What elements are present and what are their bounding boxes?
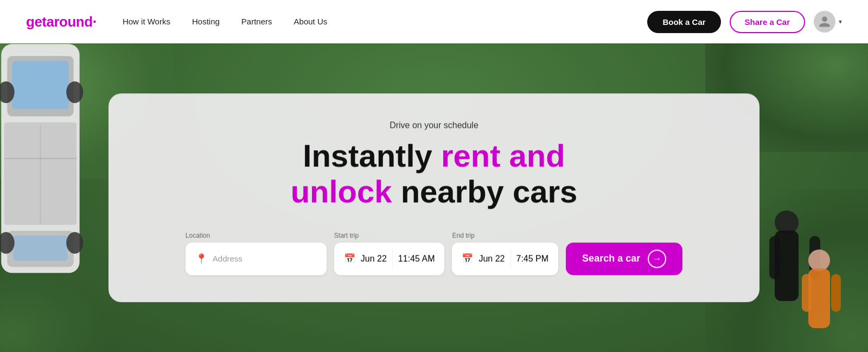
- headline-accent2: unlock: [291, 174, 392, 209]
- user-icon: [818, 15, 831, 28]
- location-placeholder: Address: [213, 254, 242, 264]
- svg-rect-4: [12, 61, 68, 109]
- search-car-button[interactable]: Search a car →: [566, 242, 682, 275]
- nav-item-partners[interactable]: Partners: [241, 17, 272, 27]
- book-car-button[interactable]: Book a Car: [647, 11, 720, 33]
- start-date: Jun 22: [361, 254, 387, 264]
- svg-rect-19: [831, 274, 841, 312]
- start-trip-input[interactable]: 📅 Jun 22 11:45 AM: [334, 242, 445, 275]
- svg-point-9: [66, 232, 83, 254]
- headline-plain2: nearby cars: [392, 174, 578, 209]
- people-aerial-image: [754, 179, 852, 342]
- nav-link-hosting[interactable]: Hosting: [192, 17, 220, 26]
- svg-point-7: [66, 81, 83, 103]
- svg-rect-5: [13, 235, 67, 261]
- navbar-left: getaround· How it Works Hosting Partners…: [26, 13, 327, 30]
- divider-start: [392, 249, 393, 268]
- share-car-button[interactable]: Share a Car: [730, 11, 805, 33]
- end-trip-field-group: End trip 📅 Jun 22 7:45 PM: [452, 232, 558, 275]
- nav-links: How it Works Hosting Partners About Us: [123, 17, 327, 27]
- nav-item-about-us[interactable]: About Us: [294, 17, 328, 27]
- location-input[interactable]: 📍 Address: [186, 242, 327, 275]
- hero-section: Drive on your schedule Instantly rent an…: [0, 43, 868, 352]
- nav-item-how-it-works[interactable]: How it Works: [123, 17, 170, 27]
- end-time: 7:45 PM: [516, 254, 549, 264]
- search-form: Location 📍 Address Start trip 📅 Jun 22 1…: [141, 232, 727, 275]
- nav-item-hosting[interactable]: Hosting: [192, 17, 220, 27]
- logo[interactable]: getaround·: [26, 13, 97, 30]
- end-date: Jun 22: [478, 254, 505, 264]
- nav-link-about-us[interactable]: About Us: [294, 17, 328, 26]
- logo-text: getaround: [26, 14, 93, 30]
- start-trip-field-group: Start trip 📅 Jun 22 11:45 AM: [334, 232, 445, 275]
- end-trip-label: End trip: [452, 232, 474, 239]
- start-time: 11:45 AM: [398, 254, 435, 264]
- chevron-down-icon: ▾: [839, 18, 842, 25]
- logo-dot: ·: [93, 13, 97, 30]
- user-menu-button[interactable]: ▾: [814, 11, 842, 33]
- headline-accent1: rent and: [441, 138, 565, 173]
- calendar-icon-start: 📅: [344, 253, 355, 265]
- start-trip-label: Start trip: [334, 232, 359, 239]
- avatar: [814, 11, 835, 33]
- svg-point-16: [808, 249, 830, 271]
- car-aerial-image: [0, 43, 98, 303]
- navbar: getaround· How it Works Hosting Partners…: [0, 0, 868, 43]
- svg-rect-18: [802, 274, 812, 312]
- divider-end: [510, 249, 511, 268]
- nav-link-partners[interactable]: Partners: [241, 17, 272, 26]
- pin-icon: 📍: [195, 253, 207, 265]
- nav-link-how-it-works[interactable]: How it Works: [123, 17, 170, 26]
- end-trip-input[interactable]: 📅 Jun 22 7:45 PM: [452, 242, 558, 275]
- headline-plain1: Instantly: [303, 138, 441, 173]
- hero-subtitle: Drive on your schedule: [141, 120, 727, 130]
- calendar-icon-end: 📅: [462, 253, 473, 265]
- hero-headline: Instantly rent and unlock nearby cars: [141, 138, 727, 210]
- svg-rect-14: [769, 236, 780, 279]
- location-label: Location: [186, 232, 210, 239]
- navbar-right: Book a Car Share a Car ▾: [647, 11, 842, 33]
- search-card: Drive on your schedule Instantly rent an…: [108, 93, 760, 302]
- location-field-group: Location 📍 Address: [186, 232, 327, 275]
- arrow-circle-icon: →: [648, 249, 666, 268]
- search-car-label: Search a car: [582, 253, 640, 265]
